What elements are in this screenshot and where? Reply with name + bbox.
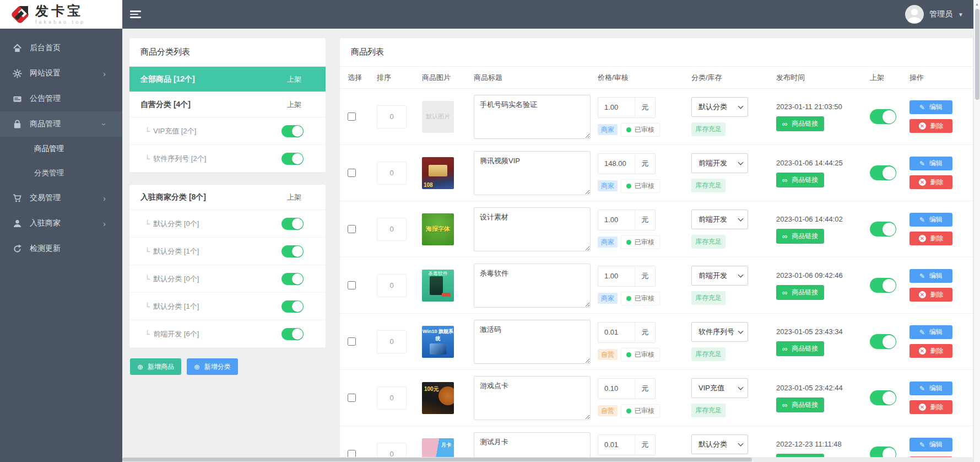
category-toggle[interactable] [281,328,304,340]
delete-button[interactable]: ✕删除 [909,175,952,189]
category-select[interactable]: VIP充值 [691,378,748,398]
sidebar-item-site-settings[interactable]: 网站设置 › [0,61,122,86]
category-actions: ⊕ 新增商品 ⊕ 新增分类 [129,358,326,375]
product-link-button[interactable]: ∞商品链接 [776,285,824,300]
row-checkbox[interactable] [348,281,356,289]
table-row: 100元 游戏点卡 元 自营 已审核 VIP充值 库存充足 [340,370,973,426]
brand-logo[interactable]: 发卡宝 fakabao.top [0,0,122,29]
currency-unit-label: 元 [635,266,655,286]
sidebar-item-dashboard[interactable]: 后台首页 [0,35,122,61]
sort-input[interactable] [377,105,407,128]
category-toggle[interactable] [281,273,304,285]
sidebar-item-check-update[interactable]: 检测更新 [0,236,122,261]
listed-toggle[interactable] [870,222,896,237]
row-checkbox[interactable] [348,337,356,346]
category-select[interactable]: 前端开发 [691,209,748,229]
listed-toggle[interactable] [870,390,896,405]
sort-input[interactable] [377,162,407,185]
product-title-input[interactable]: 激活码 [474,320,591,364]
product-title-input[interactable]: 游戏点卡 [474,376,591,420]
product-link-button[interactable]: ∞商品链接 [776,397,824,412]
product-title-input[interactable]: 杀毒软件 [474,264,591,308]
delete-button[interactable]: ✕删除 [909,119,952,133]
user-menu[interactable]: 管理员 ▼ [905,5,963,24]
cart-icon [12,193,22,203]
add-category-button[interactable]: ⊕ 新增分类 [187,358,238,375]
sidebar-item-label: 商品管理 [30,119,61,129]
edit-button[interactable]: ✎编辑 [909,325,952,339]
vertical-scrollbar[interactable]: ▲ [973,0,980,462]
sort-input[interactable] [377,330,407,353]
publish-date: 2022-12-23 11:11:48 [776,440,842,448]
edit-button[interactable]: ✎编辑 [909,100,952,114]
delete-button[interactable]: ✕删除 [909,400,952,414]
price-input[interactable] [598,210,635,230]
sidebar-item-trades[interactable]: 交易管理 › [0,185,122,211]
category-toggle[interactable] [281,300,304,313]
edit-button[interactable]: ✎编辑 [909,382,952,395]
row-checkbox[interactable] [348,112,356,121]
price-input[interactable] [598,379,635,399]
edit-button[interactable]: ✎编辑 [909,269,952,283]
category-toggle[interactable] [281,153,304,165]
product-link-button[interactable]: ∞商品链接 [776,229,824,244]
horizontal-scrollbar-thumb[interactable] [122,458,752,461]
sidebar-subitem-category-manage[interactable]: 分类管理 [0,161,122,185]
category-row-all[interactable]: 全部商品 [12个] 上架 [129,67,326,92]
price-input[interactable] [598,435,635,455]
product-link-button[interactable]: ∞商品链接 [776,116,824,131]
product-link-button[interactable]: ∞商品链接 [776,173,824,187]
sort-input[interactable] [377,386,407,410]
price-input[interactable] [598,323,635,342]
sidebar-subitem-product-manage[interactable]: 商品管理 [0,137,122,161]
listed-toggle[interactable] [870,334,896,349]
sort-input[interactable] [377,218,407,241]
column-header: 选择 [348,73,377,83]
product-link-button[interactable]: ∞商品链接 [776,341,824,356]
price-input[interactable] [598,154,635,174]
delete-button[interactable]: ✕删除 [909,344,952,358]
edit-button[interactable]: ✎编辑 [909,213,952,227]
delete-button[interactable]: ✕删除 [909,232,952,245]
vertical-scrollbar-thumb[interactable] [975,9,979,100]
caret-down-icon: ▼ [958,12,963,18]
scroll-up-arrow-icon[interactable]: ▲ [974,0,980,6]
category-select[interactable]: 前端开发 [691,266,748,286]
chevron-down-icon [738,441,744,447]
product-title-input[interactable]: 设计素材 [474,207,591,251]
category-toggle[interactable] [281,125,304,137]
category-select[interactable]: 默认分类 [691,434,748,454]
hamburger-menu-icon[interactable] [130,10,141,18]
edit-button[interactable]: ✎编辑 [909,438,952,452]
price-input[interactable] [598,98,635,117]
listed-toggle[interactable] [870,278,896,293]
row-checkbox[interactable] [348,394,356,402]
publish-date: 2023-01-06 09:42:46 [776,271,843,280]
product-title-input[interactable]: 腾讯视频VIP [474,151,591,195]
price-input[interactable] [598,266,635,286]
category-select[interactable]: 默认分类 [691,97,748,117]
sidebar-item-products[interactable]: 商品管理 › [0,111,122,137]
sidebar-item-announcements[interactable]: 公告管理 [0,86,122,111]
sidebar: 发卡宝 fakabao.top 后台首页 网站设置 › [0,0,122,462]
category-status: 上架 [287,74,301,84]
category-select[interactable]: 前端开发 [691,153,748,173]
category-row-group[interactable]: 自营分类 [4个] 上架 [129,92,326,117]
horizontal-scrollbar[interactable] [122,457,973,462]
chevron-down-icon [738,216,744,222]
category-toggle[interactable] [281,218,304,230]
row-checkbox[interactable] [348,225,356,233]
sort-input[interactable] [377,274,407,297]
category-select[interactable]: 软件序列号 [691,322,748,342]
category-row-group[interactable]: 入驻商家分类 [8个] 上架 [129,185,326,210]
sidebar-item-merchants[interactable]: 入驻商家 › [0,211,122,236]
listed-toggle[interactable] [870,109,896,124]
add-product-button[interactable]: ⊕ 新增商品 [130,358,181,375]
delete-button[interactable]: ✕删除 [909,288,952,302]
listed-toggle[interactable] [870,165,896,180]
seller-badge: 自营 [598,349,618,360]
edit-button[interactable]: ✎编辑 [909,157,952,170]
category-toggle[interactable] [281,245,304,257]
row-checkbox[interactable] [348,169,356,177]
product-title-input[interactable]: 手机号码实名验证 [474,95,591,139]
